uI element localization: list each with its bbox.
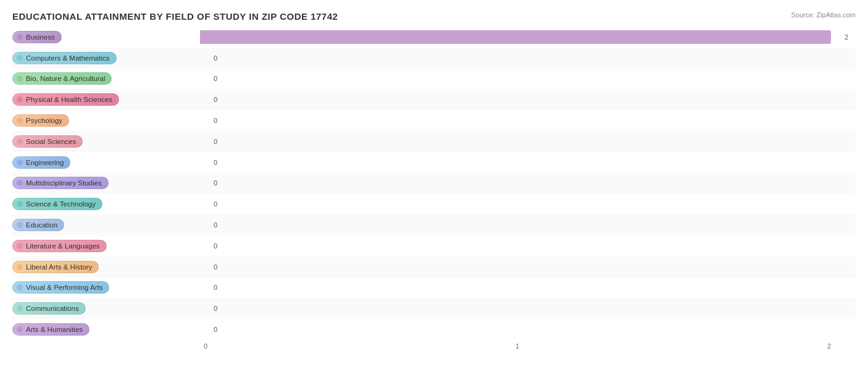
- label-pill: Business: [12, 31, 62, 43]
- label-pill: Communications: [12, 302, 86, 315]
- label-pill: Visual & Performing Arts: [12, 281, 109, 294]
- bar-row: Education0: [12, 214, 856, 235]
- bar-value: 0: [214, 326, 217, 333]
- bar-track: 2: [200, 30, 831, 44]
- bar-row: Business2: [12, 27, 856, 48]
- label-text: Social Sciences: [26, 138, 76, 145]
- label-pill: Literature & Languages: [12, 240, 107, 252]
- bar-value: 0: [214, 117, 217, 124]
- label-pill: Education: [12, 219, 64, 231]
- bar-label: Bio, Nature & Agricultural: [12, 71, 198, 86]
- bar-track: 0: [200, 114, 831, 127]
- bar-label: Psychology: [12, 113, 198, 128]
- chart-title: EDUCATIONAL ATTAINMENT BY FIELD OF STUDY…: [12, 11, 856, 22]
- bar-track: 0: [200, 323, 831, 336]
- bar-row: Multidisciplinary Studies0: [12, 173, 856, 194]
- bar-row: Visual & Performing Arts0: [12, 278, 856, 299]
- bars-section: Business2Computers & Mathematics0Bio, Na…: [12, 27, 856, 340]
- bar-label: Science & Technology: [12, 197, 198, 211]
- pill-dot: [17, 180, 23, 186]
- label-text: Psychology: [26, 117, 62, 124]
- label-pill: Psychology: [12, 114, 69, 127]
- label-text: Engineering: [26, 159, 64, 166]
- bar-track: 0: [200, 239, 831, 253]
- label-text: Liberal Arts & History: [26, 263, 92, 271]
- x-axis: 0 1 2: [204, 342, 831, 350]
- x-label-0: 0: [204, 342, 207, 350]
- bar-label: Business: [12, 30, 198, 45]
- bar-value: 0: [214, 96, 217, 103]
- bar-value: 0: [214, 75, 217, 82]
- label-pill: Computers & Mathematics: [12, 52, 117, 64]
- bar-value: 0: [214, 221, 217, 229]
- pill-dot: [17, 243, 23, 249]
- label-text: Arts & Humanities: [26, 326, 83, 333]
- bar-label: Liberal Arts & History: [12, 260, 198, 274]
- pill-dot: [17, 55, 23, 61]
- bar-row: Arts & Humanities0: [12, 319, 856, 340]
- x-label-2: 2: [827, 342, 831, 350]
- label-pill: Physical & Health Sciences: [12, 93, 119, 106]
- bar-row: Science & Technology0: [12, 193, 856, 214]
- bar-value: 0: [214, 242, 217, 250]
- label-text: Communications: [26, 305, 79, 312]
- label-pill: Multidisciplinary Studies: [12, 177, 109, 189]
- chart-area: Business2Computers & Mathematics0Bio, Na…: [12, 27, 856, 350]
- bar-label: Education: [12, 218, 198, 232]
- bar-row: Communications0: [12, 298, 856, 319]
- bar-fill: 2: [200, 30, 831, 44]
- pill-dot: [17, 96, 23, 103]
- label-text: Physical & Health Sciences: [26, 96, 112, 103]
- bar-label: Literature & Languages: [12, 239, 198, 253]
- bar-value: 2: [845, 33, 848, 41]
- bar-value: 0: [214, 305, 217, 312]
- bar-value: 0: [214, 200, 217, 208]
- pill-dot: [17, 284, 23, 290]
- bar-value: 0: [214, 159, 217, 166]
- bar-row: Computers & Mathematics0: [12, 48, 856, 69]
- label-pill: Social Sciences: [12, 135, 83, 148]
- chart-container: EDUCATIONAL ATTAINMENT BY FIELD OF STUDY…: [0, 0, 868, 390]
- pill-dot: [17, 138, 23, 145]
- label-text: Science & Technology: [26, 200, 96, 208]
- bar-label: Engineering: [12, 155, 198, 170]
- bar-label: Computers & Mathematics: [12, 51, 198, 66]
- pill-dot: [17, 201, 23, 207]
- bar-value: 0: [214, 54, 217, 62]
- bar-track: 0: [200, 218, 831, 232]
- bar-value: 0: [214, 138, 217, 145]
- bar-row: Physical & Health Sciences0: [12, 89, 856, 110]
- chart-source: Source: ZipAtlas.com: [791, 11, 856, 19]
- label-pill: Liberal Arts & History: [12, 261, 99, 273]
- x-label-1: 1: [515, 342, 519, 350]
- pill-dot: [17, 326, 23, 333]
- pill-dot: [17, 305, 23, 312]
- label-text: Computers & Mathematics: [26, 54, 110, 62]
- label-text: Multidisciplinary Studies: [26, 179, 102, 187]
- bar-track: 0: [200, 93, 831, 106]
- label-text: Business: [26, 33, 55, 41]
- bar-label: Physical & Health Sciences: [12, 92, 198, 107]
- label-pill: Science & Technology: [12, 198, 102, 210]
- label-pill: Engineering: [12, 156, 70, 169]
- bar-row: Literature & Languages0: [12, 235, 856, 256]
- bar-track: 0: [200, 156, 831, 169]
- pill-dot: [17, 159, 23, 166]
- bar-track: 0: [200, 51, 831, 65]
- bar-row: Liberal Arts & History0: [12, 256, 856, 278]
- bar-label: Communications: [12, 301, 198, 316]
- label-text: Visual & Performing Arts: [26, 284, 102, 291]
- label-text: Literature & Languages: [26, 242, 100, 250]
- bar-track: 0: [200, 176, 831, 190]
- label-pill: Bio, Nature & Agricultural: [12, 72, 112, 85]
- bar-track: 0: [200, 72, 831, 85]
- bar-label: Arts & Humanities: [12, 322, 198, 337]
- bar-value: 0: [214, 179, 217, 187]
- bar-track: 0: [200, 135, 831, 148]
- pill-dot: [17, 264, 23, 270]
- bar-label: Social Sciences: [12, 134, 198, 149]
- pill-dot: [17, 117, 23, 124]
- label-text: Bio, Nature & Agricultural: [26, 75, 105, 82]
- bar-value: 0: [214, 284, 217, 291]
- bar-label: Visual & Performing Arts: [12, 280, 198, 295]
